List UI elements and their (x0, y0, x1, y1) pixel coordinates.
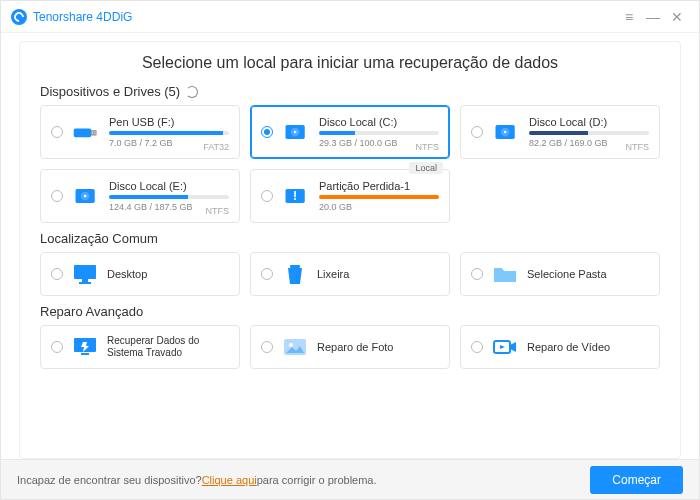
radio-icon (471, 126, 483, 138)
drive-name: Disco Local (E:) (109, 180, 229, 192)
radio-icon (261, 341, 273, 353)
refresh-icon[interactable] (186, 86, 198, 98)
partition-warning-icon: ! (281, 183, 311, 209)
advanced-label: Reparo de Foto (317, 341, 393, 353)
drive-name: Partição Perdida-1 (319, 180, 439, 192)
drive-name: Disco Local (D:) (529, 116, 649, 128)
svg-point-9 (504, 131, 507, 134)
svg-point-12 (84, 195, 87, 198)
section-advanced-heading: Reparo Avançado (40, 304, 660, 319)
svg-rect-15 (74, 265, 96, 279)
footer-text-prefix: Incapaz de encontrar seu dispositivo? (17, 474, 202, 486)
fs-label: NTFS (416, 142, 440, 152)
fs-label: NTFS (206, 206, 230, 216)
svg-rect-3 (94, 131, 95, 135)
local-badge: Local (409, 162, 443, 174)
drive-name: Disco Local (C:) (319, 116, 439, 128)
radio-icon (471, 341, 483, 353)
page-title: Selecione um local para iniciar uma recu… (40, 54, 660, 72)
svg-rect-16 (82, 279, 88, 282)
drive-tile-local-c[interactable]: Disco Local (C:) 29.3 GB / 100.0 GB NTFS (250, 105, 450, 159)
start-button[interactable]: Começar (590, 466, 683, 494)
section-common-heading: Localização Comum (40, 231, 660, 246)
location-desktop[interactable]: Desktop (40, 252, 240, 296)
svg-rect-0 (74, 129, 92, 138)
fs-label: NTFS (626, 142, 650, 152)
radio-icon (51, 126, 63, 138)
trash-icon (281, 262, 309, 286)
hdd-icon (491, 119, 521, 145)
usage-bar (529, 131, 649, 135)
usb-drive-icon (71, 119, 101, 145)
svg-point-22 (289, 343, 293, 347)
close-button[interactable]: ✕ (665, 5, 689, 29)
radio-icon (51, 341, 63, 353)
svg-rect-1 (91, 130, 96, 135)
drive-size: 20.0 GB (319, 202, 439, 212)
drive-name: Pen USB (F:) (109, 116, 229, 128)
svg-rect-18 (290, 265, 300, 268)
svg-point-6 (294, 131, 297, 134)
usage-bar (109, 131, 229, 135)
section-devices-label: Dispositivos e Drives (5) (40, 84, 180, 99)
advanced-video-repair[interactable]: Reparo de Vídeo (460, 325, 660, 369)
usage-bar (109, 195, 229, 199)
video-icon (491, 335, 519, 359)
usage-bar (319, 195, 439, 199)
drive-tile-local-d[interactable]: Disco Local (D:) 82.2 GB / 169.0 GB NTFS (460, 105, 660, 159)
photo-icon (281, 335, 309, 359)
svg-rect-2 (92, 131, 93, 135)
svg-text:!: ! (293, 189, 297, 203)
footer-text-suffix: para corrigir o problema. (257, 474, 377, 486)
titlebar: Tenorshare 4DDiG ≡ — ✕ (1, 1, 699, 33)
folder-icon (491, 262, 519, 286)
advanced-label: Recuperar Dados do Sistema Travado (107, 335, 229, 359)
advanced-crashed-system[interactable]: Recuperar Dados do Sistema Travado (40, 325, 240, 369)
minimize-button[interactable]: — (641, 5, 665, 29)
radio-icon (261, 190, 273, 202)
drive-tile-lost-partition[interactable]: Local ! Partição Perdida-1 20.0 GB (250, 169, 450, 223)
drive-tile-usb-f[interactable]: Pen USB (F:) 7.0 GB / 7.2 GB FAT32 (40, 105, 240, 159)
footer-help-link[interactable]: Clique aqui (202, 474, 257, 486)
location-label: Lixeira (317, 268, 349, 280)
drive-tile-local-e[interactable]: Disco Local (E:) 124.4 GB / 187.5 GB NTF… (40, 169, 240, 223)
location-label: Selecione Pasta (527, 268, 607, 280)
radio-icon (261, 268, 273, 280)
section-devices-heading: Dispositivos e Drives (5) (40, 84, 660, 99)
radio-icon (51, 268, 63, 280)
advanced-label: Reparo de Vídeo (527, 341, 610, 353)
location-label: Desktop (107, 268, 147, 280)
svg-rect-20 (81, 353, 89, 355)
location-select-folder[interactable]: Selecione Pasta (460, 252, 660, 296)
app-title: Tenorshare 4DDiG (33, 10, 132, 24)
radio-icon (261, 126, 273, 138)
hdd-icon (281, 119, 311, 145)
hdd-icon (71, 183, 101, 209)
svg-rect-17 (79, 282, 91, 284)
footer: Incapaz de encontrar seu dispositivo? Cl… (1, 459, 699, 499)
advanced-photo-repair[interactable]: Reparo de Foto (250, 325, 450, 369)
fs-label: FAT32 (203, 142, 229, 152)
radio-icon (51, 190, 63, 202)
desktop-icon (71, 262, 99, 286)
usage-bar (319, 131, 439, 135)
crashed-system-icon (71, 335, 99, 359)
menu-icon[interactable]: ≡ (617, 5, 641, 29)
app-logo-icon (11, 9, 27, 25)
location-recycle-bin[interactable]: Lixeira (250, 252, 450, 296)
radio-icon (471, 268, 483, 280)
